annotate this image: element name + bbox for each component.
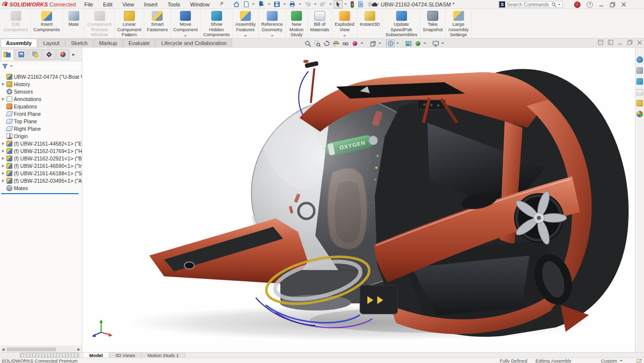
edit-appearance-icon[interactable]: [351, 40, 359, 48]
3dexperience-icon[interactable]: [637, 56, 643, 63]
command-tab[interactable]: Evaluate: [123, 39, 155, 47]
display-style-icon[interactable]: [368, 40, 377, 48]
ribbon-button[interactable]: Large Assembly Settings: [446, 9, 471, 38]
edit-appearance-dropdown-icon[interactable]: [360, 43, 363, 44]
user-avatar[interactable]: [574, 1, 581, 8]
select-button[interactable]: [334, 0, 343, 8]
new-document-button[interactable]: [242, 0, 250, 8]
expand-arrow-icon[interactable]: [2, 179, 6, 182]
tree-item[interactable]: Top Plane: [0, 117, 82, 125]
expand-arrow-icon[interactable]: [2, 172, 6, 175]
doc-minimize-icon[interactable]: [618, 40, 623, 45]
rollback-bar[interactable]: [1, 193, 79, 194]
tree-item[interactable]: (f) UBW-21162-02921<1> ("Battery S: [0, 155, 82, 162]
ribbon-button[interactable]: Linear Component Pattern: [115, 9, 144, 38]
panel-horizontal-scrollbar[interactable]: ◀ ▶: [0, 346, 82, 352]
ribbon-button[interactable]: Reference Geometry: [259, 9, 286, 38]
ribbon-button[interactable]: Component Preview Window: [85, 9, 115, 38]
expand-arrow-icon[interactable]: [2, 83, 6, 86]
print-dropdown-icon[interactable]: [298, 3, 301, 5]
expand-arrow-icon[interactable]: [2, 142, 6, 145]
menu-item[interactable]: Tools: [163, 1, 185, 8]
scroll-left-icon[interactable]: ◀: [0, 347, 6, 352]
ribbon-button[interactable]: Move Component: [171, 9, 201, 38]
search-commands-box[interactable]: S: [498, 1, 563, 8]
view-settings-monitor-icon[interactable]: [431, 40, 440, 48]
home-button[interactable]: [232, 0, 241, 8]
save-button[interactable]: [272, 0, 282, 8]
displaymanager-tab[interactable]: [57, 49, 69, 60]
design-library-icon[interactable]: [637, 89, 643, 96]
tree-item[interactable]: (f) UBW-21161-44582<1> ("Exostruc: [0, 140, 82, 147]
menu-item[interactable]: File: [80, 1, 98, 8]
help-icon[interactable]: ?: [586, 1, 593, 8]
document-tab[interactable]: Model: [83, 353, 109, 358]
filter-funnel-icon[interactable]: [2, 63, 8, 69]
doc-restore-icon[interactable]: [627, 40, 633, 45]
split-window-icon[interactable]: [598, 40, 603, 45]
ribbon-button[interactable]: Edit Component: [1, 9, 31, 38]
select-dropdown-icon[interactable]: [344, 3, 347, 5]
dimxpertmanager-tab[interactable]: [43, 49, 56, 60]
ribbon-button[interactable]: Insert Components: [31, 9, 63, 38]
status-units-dropdown[interactable]: Custom: [601, 358, 623, 363]
tree-item[interactable]: History: [0, 80, 82, 88]
status-edit-icon[interactable]: [637, 359, 642, 363]
view-settings-dropdown-icon[interactable]: [441, 43, 444, 44]
restore-button[interactable]: [610, 2, 615, 7]
new-window-icon[interactable]: [608, 40, 613, 45]
document-tab[interactable]: Motion Study 1: [141, 353, 185, 358]
command-tab[interactable]: Assembly: [0, 39, 37, 47]
zoom-to-area-icon[interactable]: [313, 40, 321, 48]
save-dropdown-icon[interactable]: [283, 3, 286, 5]
featuremanager-tree-tab[interactable]: [1, 49, 14, 60]
panel-tabs-expand-icon[interactable]: ▸: [72, 52, 75, 57]
tab-splitter-handle[interactable]: [20, 353, 79, 358]
scroll-right-icon[interactable]: ▶: [76, 347, 82, 352]
ribbon-button[interactable]: Take Snapshot: [420, 9, 446, 38]
view-orientation-dropdown-icon[interactable]: [396, 43, 399, 44]
expand-arrow-icon[interactable]: [2, 150, 6, 153]
tree-item[interactable]: Sensors: [0, 88, 82, 95]
minimize-button[interactable]: [599, 2, 604, 7]
new-document-dropdown-icon[interactable]: [252, 3, 255, 5]
undo-button[interactable]: [303, 0, 312, 8]
lifecycle-icon[interactable]: [637, 67, 643, 74]
tree-item[interactable]: (f) UBW-21162-03495<1> ("Auto Co: [0, 177, 82, 184]
command-tab[interactable]: Markup: [94, 39, 123, 47]
graphics-viewport[interactable]: OXYGEN: [82, 48, 635, 352]
pin-menu-icon[interactable]: [218, 0, 225, 7]
propertymanager-tab[interactable]: [15, 49, 28, 60]
tree-item[interactable]: (f) UBW-21161-66188<1> ("Shape El: [0, 169, 82, 177]
ribbon-button[interactable]: New Motion Study: [286, 9, 308, 38]
apply-scene-dropdown-icon[interactable]: [423, 43, 426, 44]
command-tab[interactable]: Sketch: [65, 39, 93, 47]
menu-item[interactable]: Insert: [139, 1, 162, 8]
zoom-to-fit-icon[interactable]: [303, 40, 312, 48]
ribbon-button[interactable]: Instant3D: [357, 9, 383, 38]
menu-item[interactable]: Edit: [99, 1, 117, 8]
tree-item[interactable]: Mates: [0, 184, 82, 192]
search-input[interactable]: [507, 2, 551, 7]
appearances-icon[interactable]: [637, 111, 643, 117]
tree-item[interactable]: Equations: [0, 103, 82, 110]
search-dropdown-icon[interactable]: [558, 4, 561, 5]
ribbon-button[interactable]: Assembly Features: [233, 9, 259, 38]
command-tab[interactable]: Layout: [38, 39, 65, 47]
expand-arrow-icon[interactable]: [2, 164, 6, 167]
ribbon-button[interactable]: Smart Fasteners: [144, 9, 171, 38]
ribbon-button[interactable]: Bill of Materials: [308, 9, 333, 38]
menu-item[interactable]: Window: [186, 1, 214, 8]
tree-item[interactable]: (f) UBW-21161-46590<1> ("Interior"): [0, 162, 82, 169]
tree-item[interactable]: Annotations: [0, 95, 82, 103]
command-tab[interactable]: Lifecycle and Collaboration: [156, 39, 232, 47]
tree-item[interactable]: Front Plane: [0, 110, 82, 117]
file-explorer-icon[interactable]: [637, 100, 643, 106]
print-button[interactable]: [288, 0, 297, 8]
redo-dropdown-icon[interactable]: [329, 3, 332, 5]
apply-scene-icon[interactable]: [404, 40, 412, 48]
tree-item[interactable]: (f) UBW-21162-01769<1> ("Human I: [0, 147, 82, 155]
file-properties-button[interactable]: [356, 0, 365, 8]
display-style-dropdown-icon[interactable]: [378, 43, 381, 44]
home-tab-icon[interactable]: [637, 78, 643, 85]
